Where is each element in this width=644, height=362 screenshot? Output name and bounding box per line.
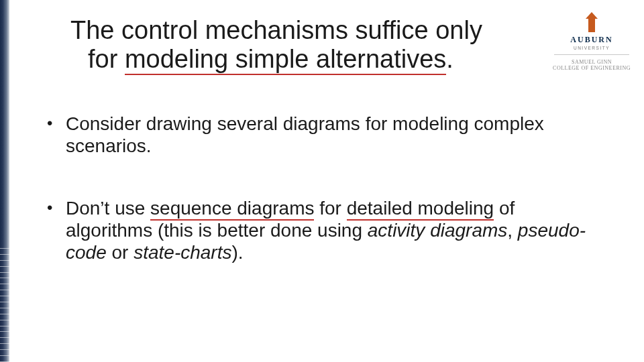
text-fragment: or [107,242,133,263]
italic-term: activity diagrams [368,220,508,241]
logo-subtext: UNIVERSITY [551,46,632,50]
text-fragment: , [507,220,518,241]
logo-word: AUBURN [551,35,632,45]
title-line-1: The control mechanisms suffice only [70,16,540,45]
university-logo-block: AUBURN UNIVERSITY SAMUEL GINN COLLEGE OF… [551,12,632,71]
logo-college-line2: COLLEGE OF ENGINEERING [551,65,632,71]
logo-college-line1: SAMUEL GINN [551,59,632,65]
bullet-dot-icon: • [47,113,66,157]
title-line2-post: . [446,45,453,73]
bullet-text: Don’t use sequence diagrams for detailed… [66,197,597,263]
tower-icon [586,12,598,32]
list-item: • Don’t use sequence diagrams for detail… [47,197,597,263]
side-tick-marks [0,248,9,362]
italic-term: state-charts [133,242,231,263]
text-fragment: Don’t use [66,198,150,219]
list-item: • Consider drawing several diagrams for … [47,113,597,157]
bullet-text: Consider drawing several diagrams for mo… [66,113,597,157]
slide-title: The control mechanisms suffice only for … [70,16,540,73]
bullet-dot-icon: • [47,197,66,263]
underlined-phrase: sequence diagrams [150,198,314,221]
title-underlined-phrase: modeling simple alternatives [125,45,446,75]
bullet-list: • Consider drawing several diagrams for … [47,113,597,304]
underlined-phrase: detailed modeling [347,198,494,221]
text-fragment: for [314,198,346,219]
title-line-2: for modeling simple alternatives. [70,45,540,74]
text-fragment: ). [231,242,243,263]
title-line2-pre: for [88,45,125,73]
